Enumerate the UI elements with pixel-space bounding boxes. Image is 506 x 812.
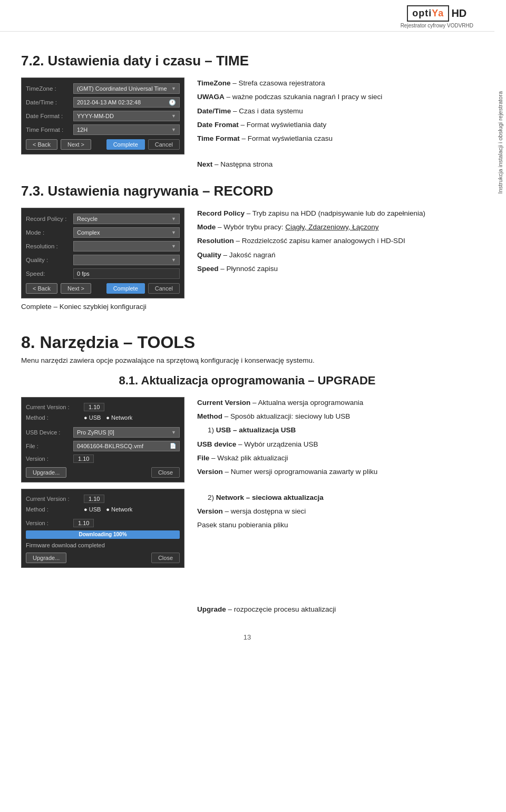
section-73-row: Record Policy : Recycle ▼ Mode : Complex… bbox=[21, 208, 473, 320]
close-button-1[interactable]: Close bbox=[151, 467, 180, 478]
cv-label-bold: Current Version bbox=[197, 399, 250, 407]
timezone-value[interactable]: (GMT) Coordinated Universal Time ▼ bbox=[73, 83, 180, 94]
upgrade-label-bold: Upgrade bbox=[197, 605, 226, 613]
upgrade-button-2[interactable]: Upgrade... bbox=[26, 553, 66, 563]
close-button-2[interactable]: Close bbox=[151, 553, 180, 563]
progress-bar-inner: Downloading 100% bbox=[26, 530, 180, 539]
quality-label: Quality : bbox=[26, 257, 73, 263]
ver2-value: 1.10 bbox=[73, 519, 94, 527]
mode-dropdown-arrow: ▼ bbox=[171, 230, 176, 235]
ui-row-file: File : 04061604-BKLRSCQ.vmf 📄 bbox=[26, 441, 180, 451]
section-72-title: 7.2. Ustawienia daty i czasu – TIME bbox=[21, 53, 473, 69]
logo-area: optiYa HD Rejestrator cyfrowy VODVRHD bbox=[401, 5, 473, 28]
datetime-label: Date/Time : bbox=[26, 99, 73, 105]
method1-usb[interactable]: ● USB bbox=[84, 414, 101, 421]
page-number: 13 bbox=[21, 633, 473, 652]
screenshot-73: Record Policy : Recycle ▼ Mode : Complex… bbox=[21, 208, 184, 320]
ver2-label: Version : bbox=[26, 520, 73, 526]
back-button-73[interactable]: < Back bbox=[26, 283, 57, 294]
ui-screenshot-upgrade-2: Current Version : 1.10 Method : ● USB ● … bbox=[21, 489, 184, 568]
section-81-title: 8.1. Aktualizacja oprogramowania – UPGRA… bbox=[21, 374, 473, 388]
speed-label: Speed: bbox=[26, 270, 73, 277]
back-button-72[interactable]: < Back bbox=[26, 139, 57, 150]
method2-label: Method : bbox=[26, 506, 84, 513]
firmware-completed-text: Firmware download completed bbox=[26, 542, 180, 548]
cancel-button-73[interactable]: Cancel bbox=[148, 283, 180, 294]
speed-label-bold: Speed bbox=[197, 265, 219, 273]
datetime-value[interactable]: 2012-04-13 AM 02:32:48 🕐 bbox=[73, 97, 180, 108]
cv1-label: Current Version : bbox=[26, 404, 84, 410]
method1-label: Method : bbox=[26, 414, 84, 421]
upgrade-screenshots: Current Version : 1.10 Method : ● USB ● … bbox=[21, 397, 184, 568]
ui-row-dateformat: Date Format : YYYY-MM-DD ▼ bbox=[26, 111, 180, 121]
method2-usb[interactable]: ● USB bbox=[84, 506, 101, 513]
screenshot-81: Current Version : 1.10 Method : ● USB ● … bbox=[21, 397, 184, 618]
ui-screenshot-upgrade-1: Current Version : 1.10 Method : ● USB ● … bbox=[21, 397, 184, 482]
tz-label-bold: TimeZone bbox=[197, 79, 231, 87]
desc-72: TimeZone – Strefa czasowa rejestratora U… bbox=[197, 78, 473, 172]
dateformat-dropdown-arrow: ▼ bbox=[171, 113, 176, 119]
dt-label-bold: Date/Time bbox=[197, 107, 231, 115]
usbdev-value[interactable]: Pro ZyRUS [0] ▼ bbox=[73, 427, 180, 438]
rp-label-bold: Record Policy bbox=[197, 209, 245, 217]
section-72-row: TimeZone : (GMT) Coordinated Universal T… bbox=[21, 78, 473, 172]
qual-label-bold: Quality bbox=[197, 251, 221, 259]
logo-opti: opti bbox=[412, 8, 432, 19]
progress-bar-container: Downloading 100% bbox=[26, 530, 180, 539]
ui-row-quality: Quality : ▼ bbox=[26, 255, 180, 265]
method-label-bold: Method bbox=[197, 412, 222, 420]
next-button-73[interactable]: Next > bbox=[61, 283, 91, 294]
ui-buttons-upgrade2: Upgrade... Close bbox=[26, 553, 180, 563]
policy-dropdown-arrow: ▼ bbox=[171, 216, 176, 221]
ui-row-method1: Method : ● USB ● Network bbox=[26, 414, 180, 421]
policy-value[interactable]: Recycle ▼ bbox=[73, 214, 180, 224]
ui-row-timeformat: Time Format : 12H ▼ bbox=[26, 124, 180, 135]
logo-subtitle: Rejestrator cyfrowy VODVRHD bbox=[401, 23, 473, 28]
complete-button-73[interactable]: Complete bbox=[106, 283, 145, 294]
quality-dropdown-arrow: ▼ bbox=[171, 257, 176, 263]
timeformat-label: Time Format : bbox=[26, 127, 73, 133]
mode-value[interactable]: Complex ▼ bbox=[73, 227, 180, 238]
upgrade-button-1[interactable]: Upgrade... bbox=[26, 467, 66, 478]
ui-row-usbdev: USB Device : Pro ZyRUS [0] ▼ bbox=[26, 427, 180, 438]
file-label: File : bbox=[26, 443, 73, 449]
ui-screenshot-72: TimeZone : (GMT) Coordinated Universal T… bbox=[21, 78, 184, 154]
ui-row-cv1: Current Version : 1.10 bbox=[26, 403, 180, 411]
speed-value: 0 fps bbox=[73, 268, 180, 279]
ui-screenshot-73: Record Policy : Recycle ▼ Mode : Complex… bbox=[21, 208, 184, 298]
complete-note: Complete – Koniec szybkiej konfiguracji bbox=[21, 303, 184, 311]
screenshot-72: TimeZone : (GMT) Coordinated Universal T… bbox=[21, 78, 184, 172]
mode-underline: Ciągły, Zdarzeniowy, Łączony bbox=[285, 223, 378, 231]
ui-row-method2: Method : ● USB ● Network bbox=[26, 506, 180, 513]
next-label-bold: Next bbox=[197, 160, 212, 168]
ui-buttons-72: < Back Next > Complete Cancel bbox=[26, 139, 180, 150]
cv2-value: 1.10 bbox=[84, 495, 104, 503]
cancel-button-72[interactable]: Cancel bbox=[148, 139, 180, 150]
desc-81: Current Version – Aktualna wersja oprogr… bbox=[197, 397, 473, 618]
file-icon: 📄 bbox=[170, 443, 176, 449]
side-label: Instrukcja instalacji i obsługi rejestra… bbox=[494, 32, 506, 253]
res-label-bold: Resolution bbox=[197, 237, 234, 245]
usbdev-dropdown-arrow: ▼ bbox=[171, 430, 176, 435]
complete-button-72[interactable]: Complete bbox=[106, 139, 145, 150]
file-value[interactable]: 04061604-BKLRSCQ.vmf 📄 bbox=[73, 441, 180, 451]
ui-row-mode: Mode : Complex ▼ bbox=[26, 227, 180, 238]
file-label-bold: File bbox=[197, 454, 209, 462]
ui-row-timezone: TimeZone : (GMT) Coordinated Universal T… bbox=[26, 83, 180, 94]
method2-network[interactable]: ● Network bbox=[106, 506, 132, 513]
usb-label-bold: USB – aktualizacja USB bbox=[216, 426, 296, 434]
logo-hd: HD bbox=[451, 7, 466, 20]
timeformat-dropdown-arrow: ▼ bbox=[171, 127, 176, 132]
resolution-label: Resolution : bbox=[26, 243, 73, 249]
timeformat-value[interactable]: 12H ▼ bbox=[73, 124, 180, 135]
ui-row-ver2: Version : 1.10 bbox=[26, 519, 180, 527]
resolution-value[interactable]: ▼ bbox=[73, 241, 180, 252]
dateformat-value[interactable]: YYYY-MM-DD ▼ bbox=[73, 111, 180, 121]
method1-network[interactable]: ● Network bbox=[106, 414, 132, 421]
cv2-label: Current Version : bbox=[26, 496, 84, 502]
next-button-72[interactable]: Next > bbox=[61, 139, 91, 150]
usbdev-label-bold: USB device bbox=[197, 440, 236, 448]
uwaga-label-bold: UWAGA bbox=[197, 93, 225, 101]
quality-value[interactable]: ▼ bbox=[73, 255, 180, 265]
df-label-bold: Date Fromat bbox=[197, 121, 239, 129]
